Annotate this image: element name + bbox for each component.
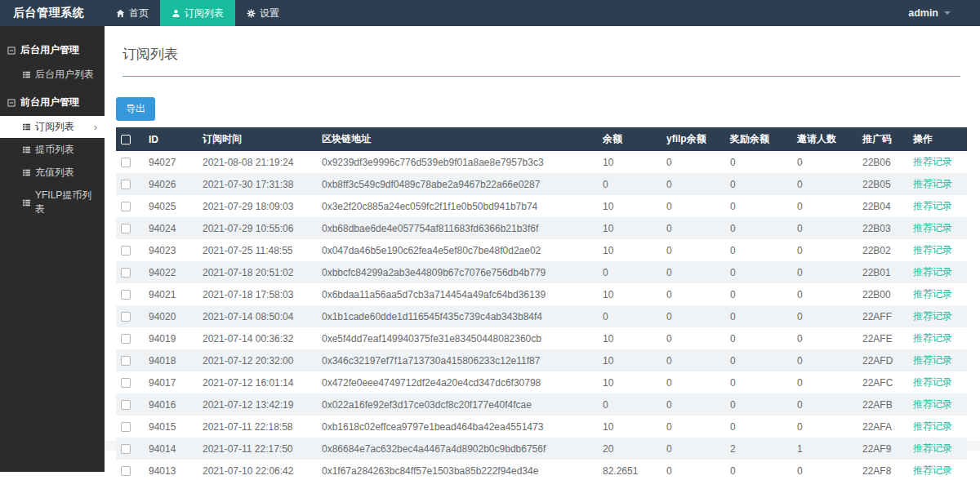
cell-promo-code: 22AF8 [858,460,908,480]
row-checkbox[interactable] [121,246,131,256]
referral-record-link[interactable]: 推荐记录 [913,398,952,410]
cell-balance: 20 [598,438,662,460]
row-checkbox[interactable] [121,268,131,278]
referral-record-link[interactable]: 推荐记录 [913,288,952,300]
column-header-action: 操作 [908,127,967,151]
column-header-balance: 余额 [598,127,662,151]
row-checkbox[interactable] [121,334,131,344]
cell-yfilp-balance: 0 [662,393,725,416]
table-row: 94025 2021-07-29 18:09:03 0x3e2f20c885a2… [116,195,967,217]
cell-subscribe-time: 2021-07-18 17:58:03 [198,283,317,305]
list-icon [22,122,31,131]
row-checkbox[interactable] [121,180,131,189]
cell-promo-code: 22AFA [858,416,908,438]
cell-action: 推荐记录 [908,195,967,217]
table-row: 94016 2021-07-12 13:42:19 0x022a16fe92ef… [116,393,967,416]
sidebar-item-withdraw-list[interactable]: 提币列表 [0,139,105,161]
referral-record-link[interactable]: 推荐记录 [913,244,952,256]
cell-subscribe-time: 2021-07-10 22:06:42 [198,460,317,480]
sidebar-group-label: 前台用户管理 [20,96,79,109]
cell-yfilp-balance: 0 [662,327,725,349]
column-header-invite-count: 邀请人数 [792,127,858,151]
cell-blockchain-address: 0xbbcfc84299a2ab3e44809b67c7076e756db4b7… [317,261,598,283]
cell-yfilp-balance: 0 [662,217,725,239]
list-icon [22,168,31,177]
sidebar-group-admin-users[interactable]: 后台用户管理 [0,34,105,63]
referral-record-link[interactable]: 推荐记录 [913,376,952,388]
cell-checkbox [116,283,144,305]
column-header-promo-code: 推广码 [858,127,908,151]
main-content: 订阅列表 导出 ID 订阅时间 区块链地址 余额 yfilp余额 奖励余额 邀 [105,26,980,480]
nav-item-label: 订阅列表 [185,7,224,20]
referral-record-link[interactable]: 推荐记录 [913,156,952,167]
sidebar-item-subscription-list[interactable]: 订阅列表 › [0,116,105,138]
referral-record-link[interactable]: 推荐记录 [913,222,952,233]
row-checkbox[interactable] [121,400,131,410]
cell-subscribe-time: 2021-07-18 20:51:02 [198,261,317,283]
cell-blockchain-address: 0xb68dbae6de4e057754af811683fd6366b21b3f… [317,217,598,239]
referral-record-link[interactable]: 推荐记录 [913,464,952,476]
row-checkbox[interactable] [121,444,131,454]
referral-record-link[interactable]: 推荐记录 [913,332,952,344]
referral-record-link[interactable]: 推荐记录 [913,178,952,189]
table-row: 94023 2021-07-25 11:48:55 0x047da46b5e19… [116,239,967,261]
row-checkbox[interactable] [121,158,131,167]
nav-item-subscription-list[interactable]: 订阅列表 [160,0,235,26]
referral-record-link[interactable]: 推荐记录 [913,266,952,278]
cell-promo-code: 22B05 [858,173,908,195]
cell-action: 推荐记录 [908,371,967,393]
row-checkbox[interactable] [121,312,131,322]
cell-invite-count: 0 [792,305,858,327]
row-checkbox[interactable] [121,224,131,233]
referral-record-link[interactable]: 推荐记录 [913,442,952,454]
referral-record-link[interactable]: 推荐记录 [913,420,952,432]
table-row: 94014 2021-07-11 22:17:50 0x86684e7ac632… [116,438,967,460]
cell-subscribe-time: 2021-08-08 21:19:24 [198,151,317,173]
page-title: 订阅列表 [122,39,960,77]
table-header-row: ID 订阅时间 区块链地址 余额 yfilp余额 奖励余额 邀请人数 推广码 操… [116,127,967,151]
sidebar-item-label: YFILP提币列表 [35,189,98,216]
cell-reward-balance: 2 [725,438,792,460]
cell-balance: 10 [598,349,662,371]
cell-yfilp-balance: 0 [662,195,725,217]
table-row: 94024 2021-07-29 10:55:06 0xb68dbae6de4e… [116,217,967,239]
table-row: 94026 2021-07-30 17:31:38 0xb8ff3c549c9d… [116,173,967,195]
cell-yfilp-balance: 0 [662,239,725,261]
referral-record-link[interactable]: 推荐记录 [913,310,952,322]
export-button[interactable]: 导出 [116,97,155,121]
table-row: 94017 2021-07-12 16:01:14 0x472fe0eee474… [116,371,967,393]
cell-subscribe-time: 2021-07-12 16:01:14 [198,371,317,393]
sidebar-item-recharge-list[interactable]: 充值列表 [0,162,105,184]
cell-subscribe-time: 2021-07-25 11:48:55 [198,239,317,261]
row-checkbox[interactable] [121,356,131,366]
cell-reward-balance: 0 [725,283,792,305]
nav-item-home[interactable]: 首页 [105,0,160,26]
nav-item-settings[interactable]: 设置 [235,0,291,26]
cell-blockchain-address: 0x346c32197ef7f1a713730a415806233c12e11f… [317,349,598,371]
row-checkbox[interactable] [121,422,131,432]
user-menu[interactable]: admin [908,0,980,26]
referral-record-link[interactable]: 推荐记录 [913,200,952,211]
table-row: 94021 2021-07-18 17:58:03 0x6bdaa11a56aa… [116,283,967,305]
row-checkbox[interactable] [121,202,131,211]
cell-reward-balance: 0 [725,195,792,217]
cell-id: 94027 [144,151,198,173]
cell-yfilp-balance: 0 [662,261,725,283]
column-header-yfilp-balance: yfilp余额 [662,127,725,151]
cell-id: 94022 [144,261,198,283]
cell-promo-code: 22B03 [858,217,908,239]
select-all-checkbox[interactable] [121,135,131,144]
row-checkbox[interactable] [121,378,131,388]
sidebar-group-front-users[interactable]: 前台用户管理 [0,87,105,115]
cell-invite-count: 0 [792,349,858,371]
sidebar-item-admin-user-list[interactable]: 后台用户列表 [0,64,105,86]
cell-checkbox [116,217,144,239]
row-checkbox[interactable] [121,466,131,476]
cell-promo-code: 22AFC [858,371,908,393]
cell-invite-count: 0 [792,239,858,261]
cell-checkbox [116,393,144,416]
referral-record-link[interactable]: 推荐记录 [913,354,952,366]
row-checkbox[interactable] [121,290,131,300]
column-header-id: ID [144,127,198,151]
sidebar-item-yfilp-withdraw-list[interactable]: YFILP提币列表 [0,184,105,220]
